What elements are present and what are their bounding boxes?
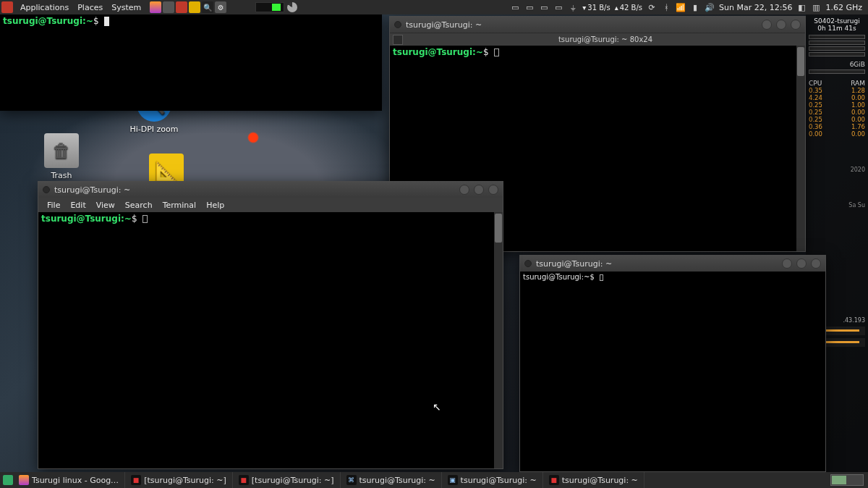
task-label: Tsurugi linux - Goog…: [32, 476, 119, 485]
desktop-icon-trash[interactable]: 🗑 Trash: [29, 133, 94, 180]
menu-file[interactable]: File: [43, 201, 64, 210]
prompt-path: :~: [121, 214, 132, 224]
net-down-value: 31 B/s: [587, 4, 610, 12]
taskbar-item-terminal[interactable]: ■ tsurugi@Tsurugi: ~: [543, 472, 644, 488]
menu-places[interactable]: Places: [73, 3, 107, 12]
firefox-icon: [19, 475, 29, 485]
quicklaunch: 🔍 ⚙: [150, 1, 226, 13]
window-title: tsurugi@Tsurugi: ~: [54, 185, 130, 195]
tab-grid-icon[interactable]: [393, 35, 403, 45]
magnifier-icon[interactable]: 🔍: [202, 1, 213, 13]
prompt-dollar: $: [483, 47, 489, 57]
trash-label: Trash: [29, 171, 94, 180]
task-label: tsurugi@Tsurugi: ~: [359, 476, 435, 485]
menu-view[interactable]: View: [92, 201, 119, 210]
terminal-window-borderless[interactable]: tsurugi@Tsurugi:~$: [0, 14, 382, 111]
system-tray: ▭ ▭ ▭ ▭ ⏚ ▾ 31 B/s ▴ 42 B/s ⟳ ᚼ 📶 ▮ 🔊 Su…: [510, 2, 867, 12]
terminal-tab[interactable]: tsurugi@Tsurugi: ~ 80x24: [406, 35, 805, 43]
shell-prompt: tsurugi@Tsurugi:~$: [3, 16, 101, 26]
mem-label: 6GiB: [809, 61, 865, 68]
close-button[interactable]: [791, 20, 801, 30]
net-up-value: 42 B/s: [620, 4, 642, 12]
taskbar-item-terminal[interactable]: ■ [tsurugi@Tsurugi: ~]: [125, 472, 233, 488]
maximize-button[interactable]: [796, 258, 807, 269]
cpufreq-icon[interactable]: ▥: [811, 2, 821, 12]
workspace-switcher[interactable]: [830, 474, 864, 486]
titlebar[interactable]: tsurugi@Tsurugi: ~: [520, 256, 825, 272]
distro-logo-icon[interactable]: [1, 1, 13, 13]
terminal-body[interactable]: tsurugi@Tsurugi:~$: [520, 272, 825, 471]
disk-usage-icon[interactable]: [287, 2, 297, 12]
ram-val: 0.00: [851, 94, 865, 101]
terminal-body[interactable]: tsurugi@Tsurugi:~$: [0, 14, 382, 111]
cpu-val: 0.35: [809, 87, 822, 94]
show-desktop-button[interactable]: [3, 475, 13, 485]
task-label: [tsurugi@Tsurugi: ~]: [252, 476, 334, 485]
titlebar[interactable]: tsurugi@Tsurugi: ~: [38, 182, 503, 198]
meter-bar: [809, 35, 865, 39]
drive-icon[interactable]: ▭: [524, 2, 535, 12]
prompt-user: tsurugi@Tsurugi: [523, 273, 582, 281]
prompt-path: :~: [82, 16, 93, 26]
terminal-window[interactable]: tsurugi@Tsurugi: ~ tsurugi@Tsurugi:~$: [519, 255, 826, 472]
maximize-button[interactable]: [776, 20, 786, 30]
minimize-button[interactable]: [782, 258, 792, 269]
scrollbar-thumb[interactable]: [495, 214, 502, 243]
battery-icon[interactable]: ▮: [690, 2, 700, 12]
session-icon[interactable]: ◧: [796, 2, 807, 12]
terminal-icon: ⌘: [346, 475, 357, 485]
scrollbar[interactable]: [796, 46, 805, 251]
menu-search[interactable]: Search: [121, 201, 157, 210]
firefox-icon[interactable]: [150, 1, 161, 13]
cpu-graph-icon[interactable]: [255, 2, 284, 12]
network-icon[interactable]: 📶: [676, 2, 686, 12]
menu-edit[interactable]: Edit: [66, 201, 90, 210]
terminal-icon: ▣: [448, 475, 458, 485]
menu-system[interactable]: System: [107, 3, 145, 12]
window-menu-icon[interactable]: [43, 186, 50, 193]
ram-hdr: RAM: [851, 80, 865, 87]
top-panel: Applications Places System 🔍 ⚙ ▭ ▭ ▭ ▭ ⏚…: [0, 0, 868, 14]
close-button[interactable]: [811, 258, 821, 269]
activity-icon[interactable]: [189, 1, 200, 13]
taskbar-item-terminal[interactable]: ■ [tsurugi@Tsurugi: ~]: [233, 472, 341, 488]
bluetooth-icon[interactable]: ᚼ: [661, 2, 671, 12]
task-label: [tsurugi@Tsurugi: ~]: [144, 476, 226, 485]
menu-applications[interactable]: Applications: [16, 3, 73, 12]
maximize-button[interactable]: [474, 185, 484, 195]
ram-val: 1.00: [851, 101, 865, 109]
close-button[interactable]: [488, 185, 498, 195]
net-up: ▴ 42 B/s: [615, 4, 642, 12]
minimize-button[interactable]: [762, 20, 772, 30]
recorder-icon[interactable]: [176, 1, 187, 13]
taskbar-item-browser[interactable]: Tsurugi linux - Goog…: [13, 472, 125, 488]
menu-terminal[interactable]: Terminal: [158, 201, 201, 210]
settings-icon[interactable]: ⚙: [215, 1, 226, 13]
screenshot-icon[interactable]: [163, 1, 174, 13]
terminal-body[interactable]: tsurugi@Tsurugi:~$: [38, 212, 503, 468]
drive-icon[interactable]: ▭: [539, 2, 549, 12]
scrollbar[interactable]: [494, 212, 503, 468]
volume-icon[interactable]: 🔊: [705, 2, 715, 12]
minimize-button[interactable]: [459, 185, 469, 195]
sync-icon[interactable]: ⟳: [647, 2, 657, 12]
meter-bar: [809, 46, 865, 51]
titlebar[interactable]: tsurugi@Tsurugi: ~: [390, 17, 805, 33]
clock[interactable]: Sun Mar 22, 12:56: [719, 3, 792, 12]
prompt-path: :~: [472, 47, 483, 57]
menu-help[interactable]: Help: [202, 201, 229, 210]
window-title: tsurugi@Tsurugi: ~: [406, 20, 482, 30]
cpu-val: 0.00: [809, 130, 822, 138]
drive-icon[interactable]: ▭: [553, 2, 563, 12]
taskbar-item-terminal[interactable]: ⌘ tsurugi@Tsurugi: ~: [341, 472, 442, 488]
scrollbar-thumb[interactable]: [797, 47, 804, 76]
calendar-days: Sa Su: [809, 202, 865, 209]
wifi-icon[interactable]: ⏚: [568, 2, 578, 12]
text-cursor: [104, 17, 109, 26]
taskbar-item-terminal[interactable]: ▣ tsurugi@Tsurugi: ~: [442, 472, 543, 488]
window-menu-icon[interactable]: [524, 260, 532, 267]
window-menu-icon[interactable]: [394, 21, 401, 28]
terminal-window[interactable]: tsurugi@Tsurugi: ~ File Edit View Search…: [38, 181, 503, 469]
drive-icon[interactable]: ▭: [510, 2, 520, 12]
terminal-icon: ■: [131, 475, 141, 485]
